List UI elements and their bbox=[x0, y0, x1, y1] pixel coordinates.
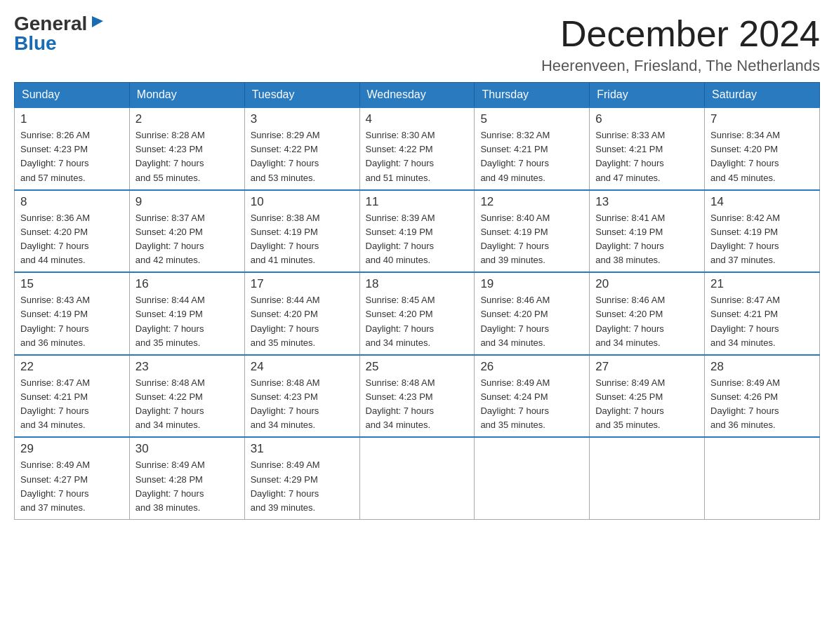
day-info: Sunrise: 8:37 AMSunset: 4:20 PMDaylight:… bbox=[135, 211, 239, 268]
day-info: Sunrise: 8:41 AMSunset: 4:19 PMDaylight:… bbox=[595, 211, 699, 268]
header-monday: Monday bbox=[129, 83, 244, 108]
table-row: 25Sunrise: 8:48 AMSunset: 4:23 PMDayligh… bbox=[359, 355, 475, 438]
day-info: Sunrise: 8:28 AMSunset: 4:23 PMDaylight:… bbox=[135, 128, 239, 185]
table-row: 14Sunrise: 8:42 AMSunset: 4:19 PMDayligh… bbox=[705, 190, 820, 273]
day-info: Sunrise: 8:49 AMSunset: 4:28 PMDaylight:… bbox=[135, 458, 239, 515]
table-row: 10Sunrise: 8:38 AMSunset: 4:19 PMDayligh… bbox=[244, 190, 359, 273]
table-row bbox=[359, 437, 475, 519]
day-number: 20 bbox=[595, 277, 699, 291]
calendar-body: 1Sunrise: 8:26 AMSunset: 4:23 PMDaylight… bbox=[15, 107, 820, 519]
table-row: 4Sunrise: 8:30 AMSunset: 4:22 PMDaylight… bbox=[359, 107, 475, 190]
day-number: 11 bbox=[366, 195, 469, 209]
day-number: 18 bbox=[366, 277, 469, 291]
table-row: 26Sunrise: 8:49 AMSunset: 4:24 PMDayligh… bbox=[475, 355, 590, 438]
day-number: 30 bbox=[135, 442, 239, 456]
table-row: 3Sunrise: 8:29 AMSunset: 4:22 PMDaylight… bbox=[244, 107, 359, 190]
table-row: 29Sunrise: 8:49 AMSunset: 4:27 PMDayligh… bbox=[15, 437, 130, 519]
title-section: December 2024 Heerenveen, Friesland, The… bbox=[541, 14, 820, 75]
page-header: General Blue December 2024 Heerenveen, F… bbox=[14, 14, 820, 75]
table-row: 7Sunrise: 8:34 AMSunset: 4:20 PMDaylight… bbox=[705, 107, 820, 190]
day-info: Sunrise: 8:26 AMSunset: 4:23 PMDaylight:… bbox=[20, 128, 124, 185]
day-number: 7 bbox=[710, 112, 814, 126]
day-info: Sunrise: 8:39 AMSunset: 4:19 PMDaylight:… bbox=[366, 211, 469, 268]
day-info: Sunrise: 8:34 AMSunset: 4:20 PMDaylight:… bbox=[710, 128, 814, 185]
table-row: 16Sunrise: 8:44 AMSunset: 4:19 PMDayligh… bbox=[129, 272, 244, 355]
table-row: 15Sunrise: 8:43 AMSunset: 4:19 PMDayligh… bbox=[15, 272, 130, 355]
table-row: 18Sunrise: 8:45 AMSunset: 4:20 PMDayligh… bbox=[359, 272, 475, 355]
day-info: Sunrise: 8:29 AMSunset: 4:22 PMDaylight:… bbox=[251, 128, 354, 185]
day-info: Sunrise: 8:49 AMSunset: 4:29 PMDaylight:… bbox=[251, 458, 354, 515]
logo-triangle-icon bbox=[89, 13, 105, 29]
day-info: Sunrise: 8:49 AMSunset: 4:25 PMDaylight:… bbox=[595, 376, 699, 433]
calendar-subtitle: Heerenveen, Friesland, The Netherlands bbox=[541, 57, 820, 75]
header-saturday: Saturday bbox=[705, 83, 820, 108]
day-info: Sunrise: 8:33 AMSunset: 4:21 PMDaylight:… bbox=[595, 128, 699, 185]
day-info: Sunrise: 8:44 AMSunset: 4:19 PMDaylight:… bbox=[135, 293, 239, 350]
logo-blue-text: Blue bbox=[14, 34, 57, 53]
day-info: Sunrise: 8:46 AMSunset: 4:20 PMDaylight:… bbox=[595, 293, 699, 350]
day-number: 29 bbox=[20, 442, 124, 456]
header-sunday: Sunday bbox=[15, 83, 130, 108]
day-number: 24 bbox=[251, 360, 354, 374]
day-number: 28 bbox=[710, 360, 814, 374]
logo-general-text: General bbox=[14, 14, 87, 34]
table-row: 17Sunrise: 8:44 AMSunset: 4:20 PMDayligh… bbox=[244, 272, 359, 355]
table-row: 21Sunrise: 8:47 AMSunset: 4:21 PMDayligh… bbox=[705, 272, 820, 355]
day-info: Sunrise: 8:32 AMSunset: 4:21 PMDaylight:… bbox=[480, 128, 583, 185]
table-row: 19Sunrise: 8:46 AMSunset: 4:20 PMDayligh… bbox=[475, 272, 590, 355]
table-row bbox=[705, 437, 820, 519]
table-row: 27Sunrise: 8:49 AMSunset: 4:25 PMDayligh… bbox=[590, 355, 705, 438]
header-tuesday: Tuesday bbox=[244, 83, 359, 108]
day-info: Sunrise: 8:40 AMSunset: 4:19 PMDaylight:… bbox=[480, 211, 583, 268]
day-number: 2 bbox=[135, 112, 239, 126]
header-wednesday: Wednesday bbox=[359, 83, 475, 108]
table-row: 2Sunrise: 8:28 AMSunset: 4:23 PMDaylight… bbox=[129, 107, 244, 190]
day-info: Sunrise: 8:38 AMSunset: 4:19 PMDaylight:… bbox=[251, 211, 354, 268]
week-row-4: 22Sunrise: 8:47 AMSunset: 4:21 PMDayligh… bbox=[15, 355, 820, 438]
day-info: Sunrise: 8:48 AMSunset: 4:22 PMDaylight:… bbox=[135, 376, 239, 433]
day-number: 26 bbox=[480, 360, 583, 374]
day-number: 4 bbox=[366, 112, 469, 126]
day-info: Sunrise: 8:49 AMSunset: 4:27 PMDaylight:… bbox=[20, 458, 124, 515]
table-row: 13Sunrise: 8:41 AMSunset: 4:19 PMDayligh… bbox=[590, 190, 705, 273]
table-row: 22Sunrise: 8:47 AMSunset: 4:21 PMDayligh… bbox=[15, 355, 130, 438]
table-row: 8Sunrise: 8:36 AMSunset: 4:20 PMDaylight… bbox=[15, 190, 130, 273]
table-row: 20Sunrise: 8:46 AMSunset: 4:20 PMDayligh… bbox=[590, 272, 705, 355]
table-row bbox=[590, 437, 705, 519]
day-info: Sunrise: 8:47 AMSunset: 4:21 PMDaylight:… bbox=[710, 293, 814, 350]
header-thursday: Thursday bbox=[475, 83, 590, 108]
table-row: 1Sunrise: 8:26 AMSunset: 4:23 PMDaylight… bbox=[15, 107, 130, 190]
day-number: 5 bbox=[480, 112, 583, 126]
day-number: 21 bbox=[710, 277, 814, 291]
header-row: SundayMondayTuesdayWednesdayThursdayFrid… bbox=[15, 83, 820, 108]
day-number: 17 bbox=[251, 277, 354, 291]
table-row: 24Sunrise: 8:48 AMSunset: 4:23 PMDayligh… bbox=[244, 355, 359, 438]
day-info: Sunrise: 8:45 AMSunset: 4:20 PMDaylight:… bbox=[366, 293, 469, 350]
day-info: Sunrise: 8:46 AMSunset: 4:20 PMDaylight:… bbox=[480, 293, 583, 350]
table-row: 30Sunrise: 8:49 AMSunset: 4:28 PMDayligh… bbox=[129, 437, 244, 519]
week-row-5: 29Sunrise: 8:49 AMSunset: 4:27 PMDayligh… bbox=[15, 437, 820, 519]
day-number: 15 bbox=[20, 277, 124, 291]
day-number: 12 bbox=[480, 195, 583, 209]
day-number: 10 bbox=[251, 195, 354, 209]
week-row-3: 15Sunrise: 8:43 AMSunset: 4:19 PMDayligh… bbox=[15, 272, 820, 355]
calendar-header: SundayMondayTuesdayWednesdayThursdayFrid… bbox=[15, 83, 820, 108]
week-row-1: 1Sunrise: 8:26 AMSunset: 4:23 PMDaylight… bbox=[15, 107, 820, 190]
day-info: Sunrise: 8:49 AMSunset: 4:24 PMDaylight:… bbox=[480, 376, 583, 433]
day-info: Sunrise: 8:44 AMSunset: 4:20 PMDaylight:… bbox=[251, 293, 354, 350]
day-number: 1 bbox=[20, 112, 124, 126]
table-row: 5Sunrise: 8:32 AMSunset: 4:21 PMDaylight… bbox=[475, 107, 590, 190]
table-row bbox=[475, 437, 590, 519]
day-number: 16 bbox=[135, 277, 239, 291]
table-row: 12Sunrise: 8:40 AMSunset: 4:19 PMDayligh… bbox=[475, 190, 590, 273]
table-row: 28Sunrise: 8:49 AMSunset: 4:26 PMDayligh… bbox=[705, 355, 820, 438]
day-info: Sunrise: 8:48 AMSunset: 4:23 PMDaylight:… bbox=[366, 376, 469, 433]
day-number: 19 bbox=[480, 277, 583, 291]
day-number: 9 bbox=[135, 195, 239, 209]
calendar-table: SundayMondayTuesdayWednesdayThursdayFrid… bbox=[14, 82, 820, 520]
day-number: 27 bbox=[595, 360, 699, 374]
header-friday: Friday bbox=[590, 83, 705, 108]
table-row: 9Sunrise: 8:37 AMSunset: 4:20 PMDaylight… bbox=[129, 190, 244, 273]
logo: General Blue bbox=[14, 14, 105, 53]
day-number: 3 bbox=[251, 112, 354, 126]
